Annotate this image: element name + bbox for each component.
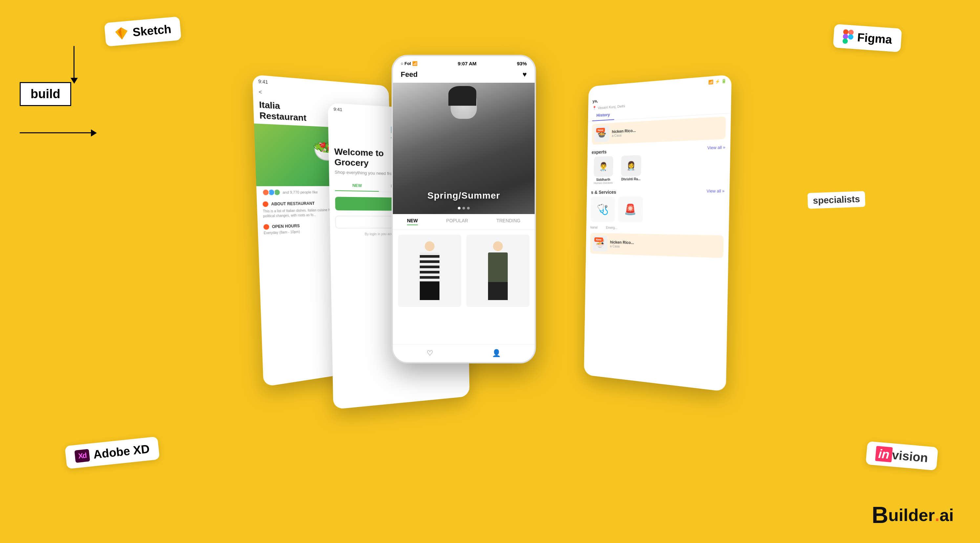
fashion-tab-new[interactable]: NEW	[407, 218, 418, 225]
food-info-1: hicken Rico... a Casa	[612, 128, 636, 137]
svg-rect-7	[843, 34, 848, 40]
invision-in-text: in	[875, 446, 893, 462]
build-box: build	[20, 82, 71, 106]
dot-3	[467, 207, 470, 209]
about-label: ABOUT RESTAURANT	[271, 201, 315, 207]
grocery-tab-new[interactable]: NEW	[335, 180, 379, 192]
experts-view-all[interactable]: View all »	[707, 145, 725, 151]
dot-1	[458, 207, 460, 209]
toolbar-profile[interactable]: 👤	[492, 349, 501, 358]
main-header: Feed ♥	[393, 69, 535, 83]
expert-avatar-1: 👨‍⚕️	[594, 156, 613, 177]
service-card-2: 🚨	[618, 196, 643, 222]
product-image-1	[398, 235, 461, 307]
build-diagram: build	[20, 46, 111, 133]
screens-container: 9:41 < ItaliaRestaurant 🥗 and 9,770 peop…	[195, 42, 785, 501]
services-tab-history[interactable]: History	[592, 109, 614, 121]
builder-rest: uilder	[888, 505, 935, 525]
new-label-2: New	[594, 237, 603, 242]
new-label-1: New	[596, 128, 605, 133]
services-screen: 📶 ⚡ 🔋 ya, 📍 Vasant Kunj, Delhi History 🍲…	[584, 75, 732, 392]
builder-logo: B uilder . ai	[872, 503, 954, 527]
builder-b-char: B	[872, 503, 888, 527]
product-card-1	[398, 235, 461, 307]
fashion-tab-trending[interactable]: TRENDING	[496, 218, 520, 225]
food-name-2: hicken Rico...	[610, 240, 634, 245]
figma-label: Figma	[857, 30, 893, 47]
adobexd-label: Adobe XD	[92, 442, 150, 462]
builder-dot: .	[935, 505, 939, 525]
specialists-text: specialists	[807, 191, 865, 209]
status-battery: 93%	[517, 61, 527, 66]
hours-label: OPEN HOURS	[272, 224, 300, 229]
svg-point-8	[848, 34, 854, 40]
adobexd-icon: Xd	[75, 449, 90, 463]
expert-name-2: Dhrishti Ra...	[618, 177, 644, 181]
figma-badge: Figma	[833, 24, 902, 52]
fashion-tab-popular[interactable]: POPULAR	[446, 218, 468, 225]
expert-avatar-2: 👩‍⚕️	[621, 155, 641, 176]
status-left: ○ Fol 📶	[401, 61, 417, 66]
expert-title-1: Homeo Doctors	[591, 181, 616, 185]
hero-overlay-text: Spring/Summer	[427, 190, 500, 201]
sketch-icon	[113, 25, 129, 41]
main-toolbar: ♡ 👤	[393, 344, 535, 362]
food-info-2: hicken Rico... a Casa	[610, 240, 634, 248]
toolbar-heart[interactable]: ♡	[427, 349, 433, 358]
svg-rect-9	[843, 38, 848, 44]
main-status-bar: ○ Fol 📶 9:07 AM 93%	[393, 56, 535, 69]
figma-icon	[843, 29, 854, 44]
main-scene: build Sketch Xd Adobe XD	[0, 0, 980, 543]
experts-title: experts	[592, 150, 607, 155]
invision-label: invision	[875, 446, 929, 465]
product-image-2	[466, 235, 530, 307]
experts-row: 👨‍⚕️ Siddharth Homeo Doctors 👩‍⚕️ Dhrish…	[587, 152, 730, 188]
sketch-badge: Sketch	[104, 16, 181, 47]
services-signal: 📶 ⚡ 🔋	[708, 78, 727, 85]
services-section-header: s & Services View all »	[587, 185, 730, 197]
hero-dots	[458, 207, 470, 209]
services-view-all[interactable]: View all »	[706, 189, 725, 194]
heart-icon[interactable]: ♥	[522, 70, 527, 79]
product-card-2	[466, 235, 530, 307]
invision-vision-text: vision	[892, 448, 929, 465]
food-thumb-1: 🍲 New	[594, 126, 610, 142]
invision-badge: invision	[866, 441, 938, 471]
status-signal: ○ Fol 📶	[401, 61, 417, 66]
grocery-time: 9:41	[333, 107, 342, 112]
adobexd-badge: Xd Adobe XD	[65, 436, 160, 469]
restaurant-time: 9:41	[258, 78, 268, 85]
sketch-label: Sketch	[132, 22, 172, 39]
svg-rect-5	[843, 29, 849, 35]
status-time: 9:07 AM	[458, 61, 477, 66]
restaurant-likes-text: and 9,770 people like	[283, 190, 318, 194]
expert-card-1: 👨‍⚕️ Siddharth Homeo Doctors	[591, 156, 616, 185]
fashion-tabs: NEW POPULAR TRENDING	[393, 214, 535, 229]
main-hero: Spring/Summer	[393, 83, 535, 214]
service-card-1: 🩺	[590, 197, 615, 222]
main-feed-title: Feed	[401, 70, 417, 79]
food-card-2: 🍜 New hicken Rico... a Casa	[590, 233, 724, 258]
expert-card-2: 👩‍⚕️ Dhrishti Ra...	[618, 155, 644, 185]
dot-2	[463, 207, 465, 209]
builder-ai: ai	[940, 505, 954, 525]
service-cards-row: 🩺 🚨	[587, 196, 730, 226]
food-detail-2: a Casa	[610, 244, 634, 248]
fashion-products	[393, 229, 535, 312]
food-thumb-2: 🍜 New	[592, 236, 608, 252]
services-section-title: s & Services	[591, 189, 616, 195]
food-card-1: 🍲 New hicken Rico... a Casa	[592, 116, 726, 145]
main-phone-screen: ○ Fol 📶 9:07 AM 93% Feed ♥	[391, 55, 536, 363]
svg-rect-6	[848, 30, 854, 35]
